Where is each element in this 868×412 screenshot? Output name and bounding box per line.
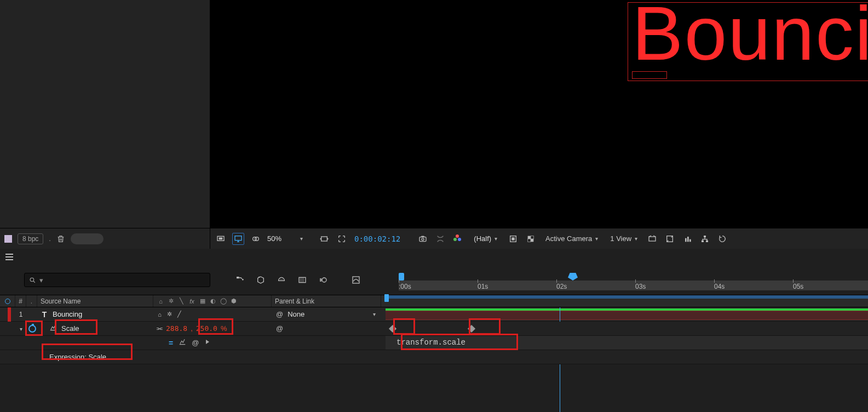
col-source-name-header[interactable]: Source Name <box>41 297 81 305</box>
expression-language-menu-icon[interactable] <box>204 339 211 347</box>
adjustment-header-icon[interactable]: ◯ <box>219 297 227 305</box>
resolution-dropdown[interactable]: (Half) ▾ <box>469 233 502 244</box>
scale-keyframe-track[interactable] <box>381 322 868 335</box>
graph-icon[interactable] <box>49 324 57 333</box>
composition-canvas[interactable]: Bouncing <box>210 0 868 228</box>
layer-row[interactable]: 1 T Bouncing ⌂ ✲ ╱ @ <box>0 307 868 322</box>
svg-rect-30 <box>353 277 359 283</box>
ruler-tick[interactable]: :00s <box>399 283 411 290</box>
chevron-down-icon[interactable]: ▾ <box>300 236 303 242</box>
expression-controls-row: = @ transform.scale <box>0 336 868 350</box>
ruler-tick[interactable]: 05s <box>793 283 803 290</box>
panel-divider-bar[interactable] <box>0 249 868 265</box>
svg-point-26 <box>280 279 281 280</box>
camera-dropdown[interactable]: Active Camera ▾ <box>542 233 601 244</box>
expression-pickwhip-icon[interactable]: @ <box>192 339 199 347</box>
expression-text[interactable]: transform.scale <box>396 338 465 347</box>
timeline-search[interactable]: ▾ <box>24 273 210 287</box>
svg-rect-10 <box>511 237 514 240</box>
current-time-indicator[interactable] <box>567 273 579 283</box>
project-footer-pill[interactable] <box>71 233 104 244</box>
transparency-grid-icon[interactable] <box>525 233 537 245</box>
motion-blur-icon[interactable] <box>317 273 330 287</box>
pixel-aspect-icon[interactable] <box>664 233 676 245</box>
parent-value[interactable]: None <box>288 310 304 318</box>
shy-icon[interactable] <box>275 273 288 287</box>
collapse-switch[interactable]: ✲ <box>165 310 174 318</box>
views-dropdown[interactable]: 1 View ▾ <box>607 233 641 244</box>
keyframe-diamond[interactable] <box>389 325 396 333</box>
chevron-down-icon: ▾ <box>495 236 497 242</box>
svg-rect-17 <box>685 238 687 242</box>
parent-pickwhip-icon[interactable]: @ <box>276 310 283 318</box>
quality-switch-header-icon[interactable]: ╲ <box>177 297 186 305</box>
zoom-level[interactable]: 50% <box>267 234 295 243</box>
shy-switch[interactable]: ⌂ <box>156 310 164 318</box>
flowchart-icon[interactable] <box>699 233 711 245</box>
col-index-header[interactable]: # <box>19 297 22 305</box>
frame-blend-header-icon[interactable]: ▦ <box>198 297 206 305</box>
3d-header-icon[interactable]: ⬢ <box>229 297 238 305</box>
scale-y-value[interactable]: 250.0 <box>196 324 217 333</box>
stopwatch-button[interactable] <box>26 323 38 335</box>
show-snapshot-icon[interactable] <box>434 233 446 245</box>
motion-blur-header-icon[interactable]: ◐ <box>209 297 217 305</box>
mask-icon[interactable] <box>250 233 262 245</box>
current-timecode[interactable]: 0:00:02:12 <box>353 234 401 243</box>
reset-exposure-icon[interactable] <box>716 233 728 245</box>
expression-enable-icon[interactable]: = <box>169 339 173 347</box>
channel-icon[interactable] <box>452 233 464 245</box>
expression-label[interactable]: Expression: Scale <box>49 353 106 361</box>
fx-switch-header-icon[interactable]: fx <box>188 297 196 305</box>
project-panel[interactable]: 8 bpc . <box>0 0 210 249</box>
work-area-start-handle[interactable] <box>399 273 404 281</box>
time-ruler[interactable]: :00s01s02s03s04s05s <box>394 265 868 295</box>
frame-blend-icon[interactable] <box>296 273 309 287</box>
expression-graph-icon[interactable] <box>179 338 186 347</box>
shy-switch-header-icon[interactable]: ⌂ <box>157 297 165 305</box>
scale-x-value[interactable]: 288.8 <box>166 324 187 333</box>
collapse-switch-header-icon[interactable]: ✲ <box>167 297 175 305</box>
layer-name[interactable]: Bouncing <box>53 310 82 318</box>
view-options-icon[interactable] <box>646 233 658 245</box>
project-footer-dot: . <box>49 234 51 243</box>
col-parent-link-header[interactable]: Parent & Link <box>275 297 314 305</box>
ruler-tick[interactable]: 04s <box>714 283 725 290</box>
layer-duration-bar[interactable] <box>386 311 868 320</box>
canvas-text-layer[interactable]: Bouncing <box>632 0 868 78</box>
ruler-tick[interactable]: 01s <box>478 283 488 290</box>
svg-point-7 <box>422 238 424 240</box>
draft-3d-icon[interactable] <box>254 273 267 287</box>
property-pickwhip-icon[interactable]: @ <box>276 324 283 333</box>
trash-icon[interactable] <box>56 234 65 243</box>
roi-icon[interactable] <box>336 233 348 245</box>
quality-switch[interactable]: ╱ <box>175 310 183 318</box>
ruler-tick[interactable]: 03s <box>635 283 646 290</box>
constrain-proportions-icon[interactable]: ⫘ <box>156 324 163 333</box>
comp-mini-flowchart-icon[interactable] <box>233 273 246 287</box>
bit-depth-indicator[interactable]: 8 bpc <box>18 233 43 244</box>
search-icon <box>29 277 36 284</box>
bit-depth-swatch[interactable] <box>4 235 12 243</box>
property-scale-row[interactable]: ▾ Scale ⫘ 288.8 , 250.0 % @ <box>0 322 868 336</box>
adjust-exposure-icon[interactable] <box>681 233 693 245</box>
ruler-tick[interactable]: 02s <box>556 283 567 290</box>
monitor-icon[interactable] <box>232 233 244 245</box>
col-label-header[interactable]: . <box>26 295 37 307</box>
always-preview-icon[interactable] <box>215 233 227 245</box>
twirl-down-icon[interactable]: ▾ <box>20 326 22 332</box>
layer-label-color[interactable] <box>8 307 11 322</box>
chevron-down-icon: ▾ <box>595 236 598 242</box>
panel-menu-icon[interactable] <box>5 254 13 260</box>
work-area-handle[interactable] <box>384 294 389 302</box>
graph-editor-icon[interactable] <box>349 273 363 287</box>
property-scale-label[interactable]: Scale <box>61 324 79 333</box>
resolution-icon[interactable] <box>318 233 330 245</box>
col-av-header[interactable] <box>0 295 15 307</box>
fast-previews-icon[interactable] <box>507 233 519 245</box>
keyframe-diamond[interactable] <box>468 325 475 333</box>
snapshot-icon[interactable] <box>417 233 429 245</box>
chevron-down-icon[interactable]: ▾ <box>373 311 376 317</box>
work-area-bar[interactable] <box>381 295 868 307</box>
svg-rect-20 <box>704 236 706 237</box>
